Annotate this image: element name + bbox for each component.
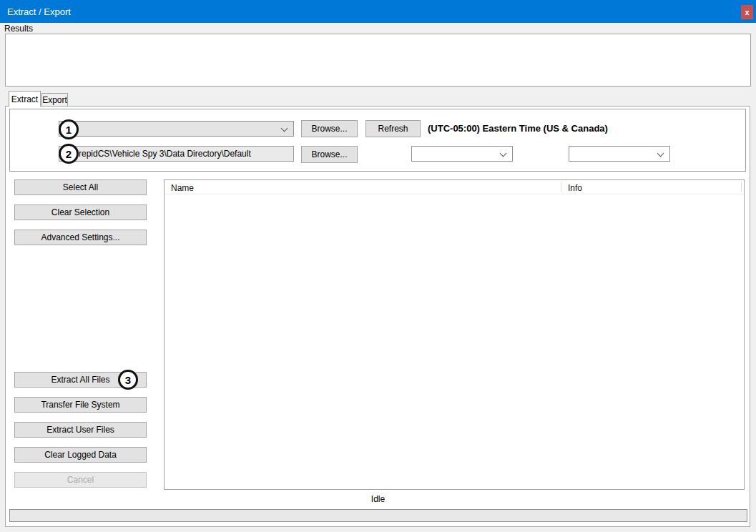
- column-divider[interactable]: [561, 182, 561, 192]
- extract-export-window: Extract / Export x Results Extract Expor…: [0, 0, 756, 532]
- source-browse-button[interactable]: Browse...: [301, 120, 358, 137]
- close-icon: x: [745, 8, 749, 16]
- transfer-file-system-button[interactable]: Transfer File System: [14, 397, 147, 413]
- results-output-box[interactable]: [5, 34, 751, 87]
- file-list-header: Name Info: [165, 180, 744, 194]
- window-title: Extract / Export: [7, 6, 71, 17]
- title-bar: Extract / Export: [0, 0, 756, 23]
- cancel-button: Cancel: [14, 472, 147, 488]
- end-time-combobox[interactable]: [569, 146, 670, 162]
- output-path-field[interactable]: repidCS\Vehicle Spy 3\Data Directory\Def…: [59, 146, 294, 162]
- annotation-step-3: 3: [118, 370, 138, 390]
- clear-logged-data-button[interactable]: Clear Logged Data: [14, 447, 147, 463]
- output-browse-button[interactable]: Browse...: [301, 146, 358, 163]
- tab-extract-label: Extract: [11, 94, 38, 104]
- select-all-button[interactable]: Select All: [14, 179, 147, 195]
- close-button[interactable]: x: [741, 5, 753, 19]
- tab-export[interactable]: Export: [41, 93, 68, 106]
- column-header-name[interactable]: Name: [171, 183, 194, 193]
- column-header-info[interactable]: Info: [568, 183, 582, 193]
- tab-extract[interactable]: Extract: [9, 91, 41, 107]
- tab-export-label: Export: [42, 95, 67, 105]
- status-text: Idle: [0, 494, 756, 504]
- timezone-text: (UTC-05:00) Eastern Time (US & Canada): [428, 123, 608, 134]
- clear-selection-button[interactable]: Clear Selection: [14, 205, 147, 220]
- source-combobox[interactable]: [59, 121, 294, 137]
- column-divider[interactable]: [741, 182, 742, 192]
- extract-user-files-button[interactable]: Extract User Files: [14, 422, 147, 438]
- results-label: Results: [4, 24, 33, 34]
- annotation-step-2: 2: [59, 144, 79, 164]
- start-time-value: [412, 149, 416, 159]
- start-time-combobox[interactable]: [411, 146, 513, 162]
- progress-bar: [9, 509, 747, 522]
- end-time-value: [569, 149, 574, 159]
- annotation-step-1: 1: [59, 119, 79, 139]
- chevron-down-icon: [281, 125, 288, 132]
- refresh-button[interactable]: Refresh: [365, 120, 421, 137]
- chevron-down-icon: [500, 150, 507, 157]
- file-list[interactable]: Name Info: [164, 179, 745, 490]
- advanced-settings-button[interactable]: Advanced Settings...: [14, 230, 147, 245]
- source-output-groupbox: [9, 109, 746, 172]
- chevron-down-icon: [657, 150, 664, 157]
